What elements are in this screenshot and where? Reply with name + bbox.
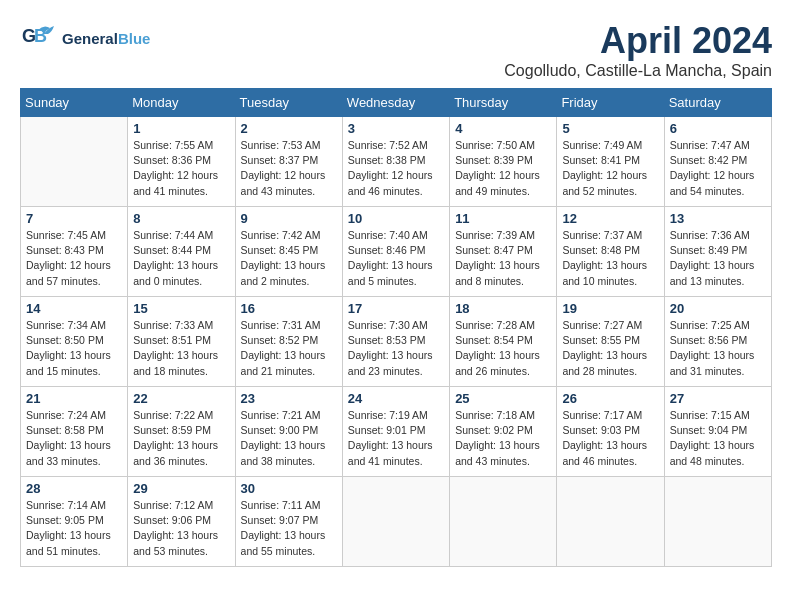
location-subtitle: Cogolludo, Castille-La Mancha, Spain: [504, 62, 772, 80]
calendar-cell: 17Sunrise: 7:30 AMSunset: 8:53 PMDayligh…: [342, 297, 449, 387]
calendar-cell: 4Sunrise: 7:50 AMSunset: 8:39 PMDaylight…: [450, 117, 557, 207]
day-number: 26: [562, 391, 658, 406]
day-info: Sunrise: 7:15 AMSunset: 9:04 PMDaylight:…: [670, 408, 766, 469]
calendar-cell: 20Sunrise: 7:25 AMSunset: 8:56 PMDayligh…: [664, 297, 771, 387]
day-info: Sunrise: 7:27 AMSunset: 8:55 PMDaylight:…: [562, 318, 658, 379]
calendar-cell: 13Sunrise: 7:36 AMSunset: 8:49 PMDayligh…: [664, 207, 771, 297]
calendar-cell: 23Sunrise: 7:21 AMSunset: 9:00 PMDayligh…: [235, 387, 342, 477]
calendar-cell: [557, 477, 664, 567]
month-title: April 2024: [504, 20, 772, 62]
day-info: Sunrise: 7:34 AMSunset: 8:50 PMDaylight:…: [26, 318, 122, 379]
logo-part1: General: [62, 30, 118, 47]
day-info: Sunrise: 7:17 AMSunset: 9:03 PMDaylight:…: [562, 408, 658, 469]
day-number: 24: [348, 391, 444, 406]
day-number: 11: [455, 211, 551, 226]
logo-icon: G B: [20, 20, 58, 58]
week-row-2: 7Sunrise: 7:45 AMSunset: 8:43 PMDaylight…: [21, 207, 772, 297]
calendar-cell: 9Sunrise: 7:42 AMSunset: 8:45 PMDaylight…: [235, 207, 342, 297]
calendar-cell: 15Sunrise: 7:33 AMSunset: 8:51 PMDayligh…: [128, 297, 235, 387]
calendar-cell: 12Sunrise: 7:37 AMSunset: 8:48 PMDayligh…: [557, 207, 664, 297]
day-info: Sunrise: 7:50 AMSunset: 8:39 PMDaylight:…: [455, 138, 551, 199]
day-number: 7: [26, 211, 122, 226]
day-number: 25: [455, 391, 551, 406]
calendar-cell: 29Sunrise: 7:12 AMSunset: 9:06 PMDayligh…: [128, 477, 235, 567]
day-info: Sunrise: 7:39 AMSunset: 8:47 PMDaylight:…: [455, 228, 551, 289]
week-row-4: 21Sunrise: 7:24 AMSunset: 8:58 PMDayligh…: [21, 387, 772, 477]
day-number: 30: [241, 481, 337, 496]
day-number: 4: [455, 121, 551, 136]
day-info: Sunrise: 7:33 AMSunset: 8:51 PMDaylight:…: [133, 318, 229, 379]
day-number: 3: [348, 121, 444, 136]
day-header-monday: Monday: [128, 89, 235, 117]
day-info: Sunrise: 7:47 AMSunset: 8:42 PMDaylight:…: [670, 138, 766, 199]
day-info: Sunrise: 7:53 AMSunset: 8:37 PMDaylight:…: [241, 138, 337, 199]
calendar-cell: 7Sunrise: 7:45 AMSunset: 8:43 PMDaylight…: [21, 207, 128, 297]
calendar-cell: 8Sunrise: 7:44 AMSunset: 8:44 PMDaylight…: [128, 207, 235, 297]
header-row: SundayMondayTuesdayWednesdayThursdayFrid…: [21, 89, 772, 117]
day-info: Sunrise: 7:19 AMSunset: 9:01 PMDaylight:…: [348, 408, 444, 469]
day-info: Sunrise: 7:55 AMSunset: 8:36 PMDaylight:…: [133, 138, 229, 199]
day-number: 6: [670, 121, 766, 136]
calendar-cell: 28Sunrise: 7:14 AMSunset: 9:05 PMDayligh…: [21, 477, 128, 567]
calendar-cell: 2Sunrise: 7:53 AMSunset: 8:37 PMDaylight…: [235, 117, 342, 207]
day-number: 28: [26, 481, 122, 496]
day-number: 8: [133, 211, 229, 226]
calendar-cell: 27Sunrise: 7:15 AMSunset: 9:04 PMDayligh…: [664, 387, 771, 477]
week-row-5: 28Sunrise: 7:14 AMSunset: 9:05 PMDayligh…: [21, 477, 772, 567]
calendar-cell: 18Sunrise: 7:28 AMSunset: 8:54 PMDayligh…: [450, 297, 557, 387]
calendar-cell: 3Sunrise: 7:52 AMSunset: 8:38 PMDaylight…: [342, 117, 449, 207]
calendar-table: SundayMondayTuesdayWednesdayThursdayFrid…: [20, 88, 772, 567]
day-number: 16: [241, 301, 337, 316]
calendar-cell: 30Sunrise: 7:11 AMSunset: 9:07 PMDayligh…: [235, 477, 342, 567]
week-row-3: 14Sunrise: 7:34 AMSunset: 8:50 PMDayligh…: [21, 297, 772, 387]
day-number: 10: [348, 211, 444, 226]
day-info: Sunrise: 7:42 AMSunset: 8:45 PMDaylight:…: [241, 228, 337, 289]
day-number: 17: [348, 301, 444, 316]
day-number: 5: [562, 121, 658, 136]
calendar-cell: [450, 477, 557, 567]
day-info: Sunrise: 7:49 AMSunset: 8:41 PMDaylight:…: [562, 138, 658, 199]
page-header: G B GeneralBlue April 2024 Cogolludo, Ca…: [20, 20, 772, 80]
day-info: Sunrise: 7:37 AMSunset: 8:48 PMDaylight:…: [562, 228, 658, 289]
day-info: Sunrise: 7:21 AMSunset: 9:00 PMDaylight:…: [241, 408, 337, 469]
day-number: 27: [670, 391, 766, 406]
logo: G B GeneralBlue: [20, 20, 150, 58]
calendar-cell: [21, 117, 128, 207]
calendar-cell: 5Sunrise: 7:49 AMSunset: 8:41 PMDaylight…: [557, 117, 664, 207]
day-info: Sunrise: 7:31 AMSunset: 8:52 PMDaylight:…: [241, 318, 337, 379]
day-number: 13: [670, 211, 766, 226]
day-info: Sunrise: 7:14 AMSunset: 9:05 PMDaylight:…: [26, 498, 122, 559]
day-number: 19: [562, 301, 658, 316]
week-row-1: 1Sunrise: 7:55 AMSunset: 8:36 PMDaylight…: [21, 117, 772, 207]
calendar-cell: 25Sunrise: 7:18 AMSunset: 9:02 PMDayligh…: [450, 387, 557, 477]
day-info: Sunrise: 7:24 AMSunset: 8:58 PMDaylight:…: [26, 408, 122, 469]
calendar-cell: [664, 477, 771, 567]
day-info: Sunrise: 7:36 AMSunset: 8:49 PMDaylight:…: [670, 228, 766, 289]
calendar-cell: 22Sunrise: 7:22 AMSunset: 8:59 PMDayligh…: [128, 387, 235, 477]
title-section: April 2024 Cogolludo, Castille-La Mancha…: [504, 20, 772, 80]
day-number: 14: [26, 301, 122, 316]
day-header-friday: Friday: [557, 89, 664, 117]
day-number: 22: [133, 391, 229, 406]
calendar-cell: 16Sunrise: 7:31 AMSunset: 8:52 PMDayligh…: [235, 297, 342, 387]
day-number: 1: [133, 121, 229, 136]
calendar-cell: 19Sunrise: 7:27 AMSunset: 8:55 PMDayligh…: [557, 297, 664, 387]
day-info: Sunrise: 7:25 AMSunset: 8:56 PMDaylight:…: [670, 318, 766, 379]
day-header-saturday: Saturday: [664, 89, 771, 117]
day-number: 18: [455, 301, 551, 316]
day-info: Sunrise: 7:40 AMSunset: 8:46 PMDaylight:…: [348, 228, 444, 289]
day-number: 12: [562, 211, 658, 226]
day-number: 21: [26, 391, 122, 406]
day-header-sunday: Sunday: [21, 89, 128, 117]
day-header-thursday: Thursday: [450, 89, 557, 117]
day-header-tuesday: Tuesday: [235, 89, 342, 117]
day-info: Sunrise: 7:18 AMSunset: 9:02 PMDaylight:…: [455, 408, 551, 469]
calendar-cell: 21Sunrise: 7:24 AMSunset: 8:58 PMDayligh…: [21, 387, 128, 477]
day-info: Sunrise: 7:44 AMSunset: 8:44 PMDaylight:…: [133, 228, 229, 289]
day-info: Sunrise: 7:45 AMSunset: 8:43 PMDaylight:…: [26, 228, 122, 289]
calendar-cell: 14Sunrise: 7:34 AMSunset: 8:50 PMDayligh…: [21, 297, 128, 387]
day-header-wednesday: Wednesday: [342, 89, 449, 117]
calendar-cell: 10Sunrise: 7:40 AMSunset: 8:46 PMDayligh…: [342, 207, 449, 297]
calendar-cell: [342, 477, 449, 567]
day-number: 9: [241, 211, 337, 226]
